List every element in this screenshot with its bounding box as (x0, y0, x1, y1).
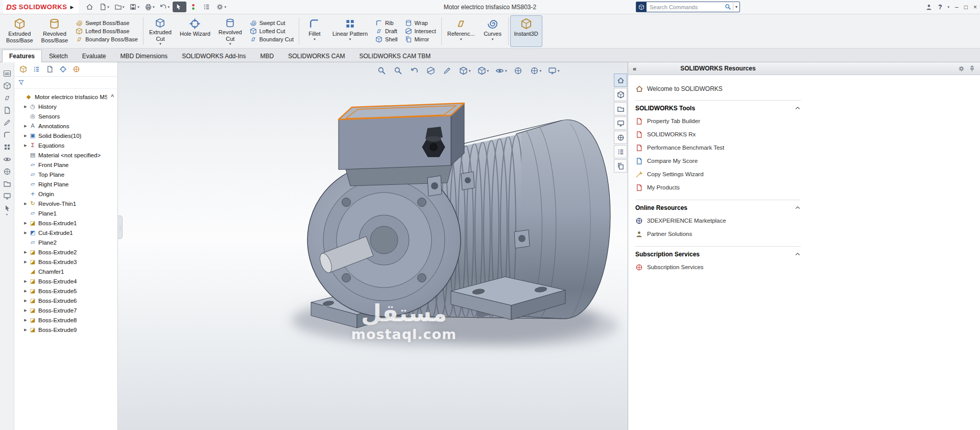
commandmanager-tab[interactable]: SOLIDWORKS Add-Ins (175, 50, 253, 62)
commandmanager-tab[interactable]: MBD Dimensions (113, 50, 175, 62)
my-products-link[interactable]: My Products (635, 181, 801, 194)
extruded-cut-button[interactable]: ExtrudedCut ▾ (145, 15, 176, 47)
featuremanager-tab[interactable] (19, 65, 27, 73)
undo-icon[interactable]: ▾ (157, 2, 172, 12)
feature-tree-item[interactable]: ▱ Top Plane (14, 170, 117, 179)
help-dropdown-icon[interactable]: ▾ (948, 5, 950, 9)
help-button[interactable]: ? (938, 4, 942, 11)
revolved-cut-button[interactable]: RevolvedCut ▾ (214, 15, 246, 47)
search-dropdown-icon[interactable]: ▾ (733, 5, 739, 9)
tool-fillet-icon[interactable] (3, 131, 11, 139)
expand-arrow-icon[interactable]: ▶ (22, 202, 29, 206)
solidworks-rx-link[interactable]: SOLIDWORKS Rx (635, 128, 801, 141)
displaymanager-tab[interactable] (73, 65, 80, 73)
restore-button[interactable]: □ (964, 4, 968, 11)
expand-arrow-icon[interactable]: ▶ (22, 144, 29, 148)
commandmanager-tab[interactable]: SOLIDWORKS CAM TBM (352, 50, 438, 62)
feature-tree-item[interactable]: ▶ ◩ Cut-Extrude1 (14, 228, 117, 237)
expand-arrow-icon[interactable]: ▶ (22, 134, 29, 138)
feature-tree-item[interactable]: ▱ Plane1 (14, 208, 117, 218)
tool-appearance-icon[interactable] (3, 168, 11, 176)
view-palette-tab[interactable] (614, 116, 627, 130)
expand-arrow-icon[interactable]: ▶ (22, 124, 29, 128)
extruded-boss-base-button[interactable]: ExtrudedBoss/Base (2, 15, 37, 47)
swept-boss-base-button[interactable]: Swept Boss/Base (76, 19, 138, 27)
hole-wizard-button[interactable]: Hole Wizard (176, 15, 214, 47)
feature-tree-item[interactable]: ▶ ↻ Revolve-Thin1 (14, 199, 117, 208)
feature-tree-item[interactable]: ▶ ◪ Boss-Extrude6 (14, 296, 117, 305)
tool-3d-icon[interactable] (3, 69, 11, 78)
instant3d-button[interactable]: Instant3D (510, 15, 542, 47)
commandmanager-tab[interactable]: Evaluate (75, 50, 113, 62)
partner-solutions-link[interactable]: Partner Solutions (635, 227, 801, 241)
tree-filter-bar[interactable] (14, 77, 117, 89)
feature-tree-item[interactable]: ◎ Sensors (14, 111, 117, 121)
reference-geometry-button[interactable]: Referenc... ▾ (443, 15, 479, 47)
commandmanager-tab[interactable]: MBD (253, 50, 281, 62)
configurationmanager-tab[interactable] (46, 65, 54, 73)
feature-tree-item[interactable]: ▶ ◪ Boss-Extrude9 (14, 325, 117, 335)
swept-cut-button[interactable]: Swept Cut (250, 19, 294, 27)
edit-appearance-icon[interactable] (512, 65, 525, 76)
selection-filter-icon[interactable] (187, 2, 200, 12)
panel-splitter-grip[interactable]: ⋮ (118, 216, 123, 239)
hide-show-icon[interactable] (201, 2, 213, 12)
file-explorer-tab[interactable] (614, 102, 627, 115)
collapse-section-icon[interactable] (795, 205, 801, 211)
solidworks-logo[interactable]: DS SOLIDWORKS ▶ (3, 0, 79, 14)
search-icon[interactable] (723, 4, 733, 10)
view-settings-icon[interactable]: ▾ (546, 65, 561, 76)
intersect-button[interactable]: Intersect (405, 28, 436, 35)
feature-tree-root[interactable]: ◆ Motor electrico trisfasico MS803-2 ^ (14, 92, 117, 102)
view-orientation-icon[interactable]: ▾ (458, 65, 472, 76)
expand-arrow-icon[interactable]: ▶ (22, 250, 29, 254)
feature-tree-item[interactable]: ▶ ◪ Boss-Extrude8 (14, 315, 117, 325)
tool-plane-icon[interactable] (3, 94, 11, 102)
commandmanager-tab[interactable]: Features (2, 50, 42, 62)
draft-button[interactable]: Draft (375, 28, 397, 35)
open-icon[interactable]: ▾ (112, 2, 127, 12)
search-commands-box[interactable]: Search Commands ▾ (636, 2, 740, 12)
expand-arrow-icon[interactable]: ▶ (22, 231, 29, 235)
forum-tab[interactable] (614, 159, 627, 173)
feature-tree-item[interactable]: ▶ ▣ Solid Bodies(10) (14, 131, 117, 140)
feature-tree-item[interactable]: ◢ Chamfer1 (14, 267, 117, 276)
feature-tree-item[interactable]: ▶ ◪ Boss-Extrude4 (14, 276, 117, 286)
pin-pane-icon[interactable] (969, 65, 975, 72)
hide-show-items-icon[interactable]: ▾ (494, 65, 509, 76)
pane-options-gear-icon[interactable] (958, 65, 965, 72)
wrap-button[interactable]: Wrap (405, 19, 436, 27)
3d-viewport[interactable]: ▾ ▾ ▾ ▾ ▾ ⋮ مستقل mostaql.com (118, 62, 628, 430)
feature-tree-item[interactable]: ▶ ◷ History (14, 102, 117, 111)
linear-pattern-button[interactable]: Linear Pattern ▾ (328, 15, 372, 47)
annotation-views-icon[interactable] (441, 65, 454, 76)
boundary-cut-button[interactable]: Boundary Cut (250, 36, 294, 43)
section-view-icon[interactable] (425, 65, 438, 76)
apply-scene-icon[interactable]: ▾ (529, 65, 543, 76)
tool-sketch-icon[interactable] (3, 118, 11, 127)
display-style-icon[interactable]: ▾ (476, 65, 491, 76)
lofted-cut-button[interactable]: Lofted Cut (250, 28, 294, 35)
tool-visibility-icon[interactable] (3, 155, 11, 163)
design-library-tab[interactable] (614, 88, 627, 101)
expand-arrow-icon[interactable]: ▶ (22, 105, 29, 109)
feature-tree-item[interactable]: ▶ ◪ Boss-Extrude5 (14, 286, 117, 296)
search-scope-icon[interactable] (636, 2, 647, 12)
tool-cube-icon[interactable] (3, 82, 11, 90)
tool-pattern-icon[interactable] (3, 143, 11, 151)
feature-tree-item[interactable]: ▱ Right Plane (14, 179, 117, 189)
login-person-icon[interactable] (925, 4, 933, 11)
feature-tree-item[interactable]: ▶ Σ Equations (14, 140, 117, 150)
boundary-boss-base-button[interactable]: Boundary Boss/Base (76, 36, 138, 43)
expand-arrow-icon[interactable]: ▶ (22, 279, 29, 283)
feature-tree-item[interactable]: ▶ ◪ Boss-Extrude7 (14, 305, 117, 315)
expand-arrow-icon[interactable]: ▶ (22, 318, 29, 322)
tool-display-icon[interactable] (3, 192, 11, 200)
filter-funnel-icon[interactable] (18, 79, 25, 86)
feature-tree-item[interactable]: ▱ Front Plane (14, 160, 117, 170)
lofted-boss-base-button[interactable]: Lofted Boss/Base (76, 28, 138, 35)
home-icon[interactable] (84, 2, 96, 12)
feature-tree-item[interactable]: ▱ Plane2 (14, 237, 117, 247)
fillet-button[interactable]: Fillet ▾ (301, 15, 328, 47)
commandmanager-tab[interactable]: SOLIDWORKS CAM (281, 50, 352, 62)
